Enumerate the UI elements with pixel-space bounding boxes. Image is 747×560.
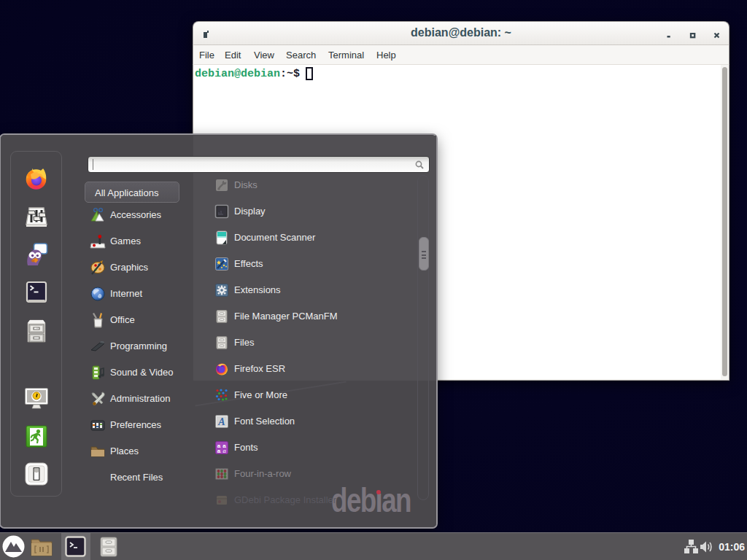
svg-text:a: a [217, 448, 221, 454]
svg-text:a: a [222, 447, 225, 454]
svg-text:A: A [217, 416, 225, 427]
